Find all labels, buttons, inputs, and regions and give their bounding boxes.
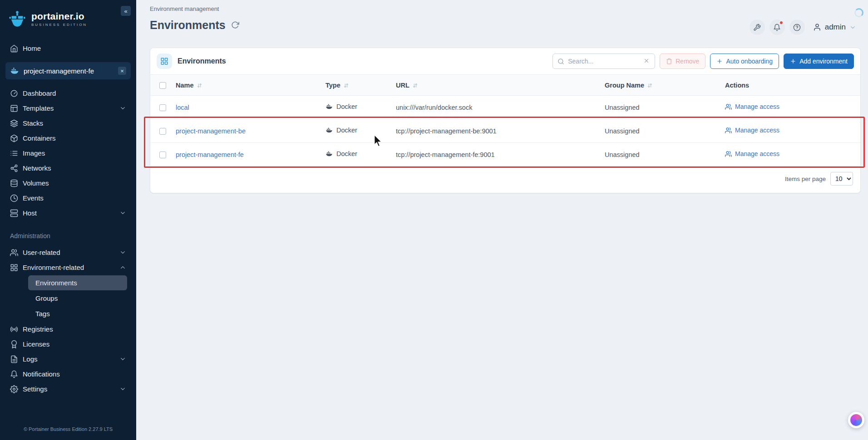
sidebar-item-label: Volumes xyxy=(23,179,126,187)
sidebar-item-dashboard[interactable]: Dashboard xyxy=(5,86,131,101)
column-header-group-name[interactable]: Group Name xyxy=(600,75,720,96)
select-all-header xyxy=(150,75,171,96)
column-header-type[interactable]: Type xyxy=(321,75,391,96)
sidebar-item-volumes[interactable]: Volumes xyxy=(5,176,131,191)
sidebar-footer: © Portainer Business Edition 2.27.9 LTS xyxy=(0,419,136,440)
licenses-icon xyxy=(10,340,18,348)
environment-name-link[interactable]: project-management-be xyxy=(176,127,246,135)
sidebar-item-label: Registries xyxy=(23,325,126,333)
column-header-actions: Actions xyxy=(720,75,860,96)
sidebar-item-tags[interactable]: Tags xyxy=(28,306,127,321)
row-checkbox[interactable] xyxy=(159,128,166,135)
sidebar-item-licenses[interactable]: Licenses xyxy=(5,337,131,352)
manage-access-link[interactable]: Manage access xyxy=(725,103,779,110)
sidebar-item-stacks[interactable]: Stacks xyxy=(5,116,131,131)
select-all-checkbox[interactable] xyxy=(159,82,166,89)
sidebar-item-environments[interactable]: Environments xyxy=(28,275,127,290)
chevron-down-icon xyxy=(119,210,126,216)
sidebar-item-registries[interactable]: Registries xyxy=(5,322,131,337)
app-root: portainer.io BUSINESS EDITION « Homeproj… xyxy=(0,0,868,440)
sidebar-item-host[interactable]: Host xyxy=(5,205,131,220)
close-icon[interactable]: × xyxy=(118,67,126,75)
user-icon xyxy=(813,23,821,31)
environment-name-link[interactable]: project-management-fe xyxy=(176,151,244,158)
manage-access-link[interactable]: Manage access xyxy=(725,127,779,134)
sidebar-item-label: User-related xyxy=(23,249,115,256)
user-name: admin xyxy=(825,23,846,32)
column-label: Group Name xyxy=(605,82,644,89)
environment-type: Docker xyxy=(326,127,357,134)
sort-icon xyxy=(412,83,418,88)
sidebar-item-label: Environment-related xyxy=(23,264,115,271)
manage-access-link[interactable]: Manage access xyxy=(725,150,779,157)
docker-icon xyxy=(326,150,333,157)
assistant-widget-button[interactable] xyxy=(848,412,864,428)
refresh-icon[interactable] xyxy=(231,21,239,29)
sidebar-item-events[interactable]: Events xyxy=(5,191,131,205)
header-action-icons xyxy=(750,20,805,35)
brand-name: portainer.io xyxy=(31,11,87,21)
auto-onboarding-label: Auto onboarding xyxy=(726,58,773,65)
sidebar-item-label: Images xyxy=(23,149,126,157)
docker-icon xyxy=(10,66,19,75)
auto-onboarding-button[interactable]: Auto onboarding xyxy=(710,54,779,69)
row-checkbox[interactable] xyxy=(159,152,166,158)
environment-name-link[interactable]: local xyxy=(176,104,189,111)
bell-icon xyxy=(10,370,18,378)
sidebar-item-label: Settings xyxy=(23,385,115,393)
sidebar-item-groups[interactable]: Groups xyxy=(28,291,127,306)
page-title: Environments xyxy=(150,19,226,32)
panel-title: Environments xyxy=(178,57,226,65)
chevron-up-icon xyxy=(119,264,126,271)
sidebar-item-home[interactable]: Home xyxy=(5,41,131,56)
sidebar-item-notifications[interactable]: Notifications xyxy=(5,367,131,381)
sidebar-item-environment-related[interactable]: Environment-related xyxy=(5,260,131,275)
wrench-button[interactable] xyxy=(750,20,765,35)
environments-icon xyxy=(160,57,168,65)
sidebar-item-settings[interactable]: Settings xyxy=(5,381,131,396)
sidebar-item-label: Host xyxy=(23,209,115,217)
help-button[interactable] xyxy=(789,20,805,35)
portainer-logo-icon xyxy=(8,10,26,28)
page-size-select[interactable]: 10 xyxy=(830,172,853,186)
user-menu[interactable]: admin xyxy=(813,23,856,32)
sidebar-item-networks[interactable]: Networks xyxy=(5,161,131,176)
brand-block: portainer.io BUSINESS EDITION xyxy=(31,11,87,27)
sidebar-item-label: Dashboard xyxy=(23,89,126,97)
add-environment-label: Add environment xyxy=(799,58,848,65)
sidebar-item-logs[interactable]: Logs xyxy=(5,352,131,367)
sidebar: portainer.io BUSINESS EDITION « Homeproj… xyxy=(0,0,136,440)
sidebar-main-menu: Homeproject-management-fe×DashboardTempl… xyxy=(5,41,131,220)
environment-selector[interactable]: project-management-fe× xyxy=(5,62,131,79)
environment-group: Unassigned xyxy=(605,104,640,111)
column-header-url[interactable]: URL xyxy=(391,75,600,96)
search-clear-button[interactable] xyxy=(643,58,650,65)
search-icon xyxy=(557,58,564,65)
sidebar-item-user-related[interactable]: User-related xyxy=(5,245,131,260)
panel-toolbar: Remove Auto onboarding Add environment xyxy=(552,54,854,69)
volumes-icon xyxy=(10,179,18,187)
search-input[interactable] xyxy=(568,58,639,65)
sidebar-collapse-button[interactable]: « xyxy=(121,6,131,16)
row-checkbox[interactable] xyxy=(159,104,166,111)
sidebar-item-containers[interactable]: Containers xyxy=(5,131,131,146)
networks-icon xyxy=(10,164,18,172)
sidebar-item-templates[interactable]: Templates xyxy=(5,101,131,116)
events-icon xyxy=(10,194,18,202)
remove-button[interactable]: Remove xyxy=(660,54,705,69)
users-icon xyxy=(725,103,732,110)
notification-badge xyxy=(779,20,784,25)
sidebar-item-label: Licenses xyxy=(23,340,126,348)
plus-icon xyxy=(716,58,723,64)
sidebar-item-label: Home xyxy=(23,44,126,52)
admin-section-heading: Administration xyxy=(10,232,126,240)
bell-button[interactable] xyxy=(769,20,785,35)
users-icon xyxy=(725,127,732,134)
sidebar-item-label: Notifications xyxy=(23,370,126,378)
sidebar-item-images[interactable]: Images xyxy=(5,146,131,161)
sidebar-admin-menu: User-relatedEnvironment-relatedEnvironme… xyxy=(5,245,131,396)
column-label: Actions xyxy=(725,82,749,89)
column-header-name[interactable]: Name xyxy=(171,75,321,96)
add-environment-button[interactable]: Add environment xyxy=(784,54,854,69)
registries-icon xyxy=(10,325,18,333)
